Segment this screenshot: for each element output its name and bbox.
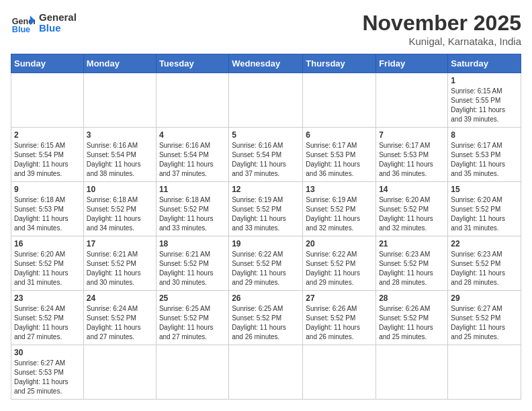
day-number: 24	[87, 293, 153, 303]
calendar-week-3: 9Sunrise: 6:18 AM Sunset: 5:53 PM Daylig…	[11, 182, 521, 236]
calendar-cell	[229, 73, 303, 128]
day-number: 1	[451, 76, 518, 85]
day-number: 10	[87, 185, 153, 194]
calendar-cell	[11, 73, 84, 128]
calendar-cell: 29Sunrise: 6:27 AM Sunset: 5:52 PM Dayli…	[448, 291, 521, 345]
day-number: 2	[14, 130, 81, 140]
weekday-header-saturday: Saturday	[448, 54, 521, 73]
weekday-header-wednesday: Wednesday	[229, 54, 303, 73]
calendar-cell: 14Sunrise: 6:20 AM Sunset: 5:52 PM Dayli…	[376, 182, 448, 236]
day-number: 12	[232, 185, 300, 194]
calendar-cell: 1Sunrise: 6:15 AM Sunset: 5:55 PM Daylig…	[448, 73, 521, 128]
calendar-cell	[303, 345, 376, 400]
day-info: Sunrise: 6:24 AM Sunset: 5:52 PM Dayligh…	[14, 304, 81, 342]
day-info: Sunrise: 6:25 AM Sunset: 5:52 PM Dayligh…	[232, 304, 300, 342]
calendar-week-4: 16Sunrise: 6:20 AM Sunset: 5:52 PM Dayli…	[11, 236, 521, 291]
day-info: Sunrise: 6:21 AM Sunset: 5:52 PM Dayligh…	[87, 250, 153, 287]
day-number: 18	[159, 239, 226, 248]
calendar-cell	[376, 73, 448, 128]
day-info: Sunrise: 6:19 AM Sunset: 5:52 PM Dayligh…	[232, 195, 300, 233]
calendar-week-1: 1Sunrise: 6:15 AM Sunset: 5:55 PM Daylig…	[11, 73, 521, 128]
day-number: 30	[14, 348, 81, 357]
calendar-cell: 23Sunrise: 6:24 AM Sunset: 5:52 PM Dayli…	[11, 291, 84, 345]
day-number: 26	[232, 293, 300, 303]
day-info: Sunrise: 6:17 AM Sunset: 5:53 PM Dayligh…	[306, 141, 373, 179]
day-info: Sunrise: 6:22 AM Sunset: 5:52 PM Dayligh…	[306, 250, 373, 287]
logo: General Blue General Blue	[11, 11, 77, 35]
day-info: Sunrise: 6:15 AM Sunset: 5:55 PM Dayligh…	[451, 87, 518, 124]
day-info: Sunrise: 6:27 AM Sunset: 5:52 PM Dayligh…	[451, 304, 518, 342]
day-number: 6	[306, 130, 373, 140]
calendar-week-5: 23Sunrise: 6:24 AM Sunset: 5:52 PM Dayli…	[11, 291, 521, 345]
day-number: 4	[159, 130, 226, 140]
calendar-cell: 2Sunrise: 6:15 AM Sunset: 5:54 PM Daylig…	[11, 128, 84, 182]
calendar-cell: 30Sunrise: 6:27 AM Sunset: 5:53 PM Dayli…	[11, 345, 84, 400]
calendar-cell: 25Sunrise: 6:25 AM Sunset: 5:52 PM Dayli…	[156, 291, 228, 345]
calendar-cell	[376, 345, 448, 400]
weekday-header-thursday: Thursday	[303, 54, 376, 73]
calendar-cell: 17Sunrise: 6:21 AM Sunset: 5:52 PM Dayli…	[83, 236, 156, 291]
day-info: Sunrise: 6:22 AM Sunset: 5:52 PM Dayligh…	[232, 250, 300, 287]
calendar-body: 1Sunrise: 6:15 AM Sunset: 5:55 PM Daylig…	[11, 73, 521, 400]
calendar-cell	[229, 345, 303, 400]
day-number: 20	[306, 239, 373, 248]
day-number: 13	[306, 185, 373, 194]
calendar-cell: 3Sunrise: 6:16 AM Sunset: 5:54 PM Daylig…	[83, 128, 156, 182]
day-info: Sunrise: 6:23 AM Sunset: 5:52 PM Dayligh…	[379, 250, 445, 287]
calendar-cell	[83, 345, 156, 400]
logo-general: General	[39, 12, 77, 24]
day-info: Sunrise: 6:16 AM Sunset: 5:54 PM Dayligh…	[159, 141, 226, 179]
day-info: Sunrise: 6:26 AM Sunset: 5:52 PM Dayligh…	[306, 304, 373, 342]
day-info: Sunrise: 6:25 AM Sunset: 5:52 PM Dayligh…	[159, 304, 226, 342]
day-number: 7	[379, 130, 445, 140]
weekday-header-monday: Monday	[83, 54, 156, 73]
calendar-week-2: 2Sunrise: 6:15 AM Sunset: 5:54 PM Daylig…	[11, 128, 521, 182]
day-number: 16	[14, 239, 81, 248]
day-number: 27	[306, 293, 373, 303]
day-number: 8	[451, 130, 518, 140]
day-number: 19	[232, 239, 300, 248]
day-info: Sunrise: 6:17 AM Sunset: 5:53 PM Dayligh…	[451, 141, 518, 179]
calendar-cell: 10Sunrise: 6:18 AM Sunset: 5:52 PM Dayli…	[83, 182, 156, 236]
day-number: 11	[159, 185, 226, 194]
calendar-cell: 7Sunrise: 6:17 AM Sunset: 5:53 PM Daylig…	[376, 128, 448, 182]
calendar-cell: 4Sunrise: 6:16 AM Sunset: 5:54 PM Daylig…	[156, 128, 228, 182]
day-number: 22	[451, 239, 518, 248]
logo-blue: Blue	[39, 23, 77, 34]
day-info: Sunrise: 6:15 AM Sunset: 5:54 PM Dayligh…	[14, 141, 81, 179]
calendar-cell: 22Sunrise: 6:23 AM Sunset: 5:52 PM Dayli…	[448, 236, 521, 291]
calendar-cell: 13Sunrise: 6:19 AM Sunset: 5:52 PM Dayli…	[303, 182, 376, 236]
day-info: Sunrise: 6:18 AM Sunset: 5:53 PM Dayligh…	[14, 195, 81, 233]
day-number: 3	[87, 130, 153, 140]
calendar-cell	[303, 73, 376, 128]
calendar-cell: 8Sunrise: 6:17 AM Sunset: 5:53 PM Daylig…	[448, 128, 521, 182]
calendar-cell: 9Sunrise: 6:18 AM Sunset: 5:53 PM Daylig…	[11, 182, 84, 236]
logo-icon: General Blue	[11, 11, 35, 35]
calendar-cell: 20Sunrise: 6:22 AM Sunset: 5:52 PM Dayli…	[303, 236, 376, 291]
calendar-week-6: 30Sunrise: 6:27 AM Sunset: 5:53 PM Dayli…	[11, 345, 521, 400]
calendar-cell: 6Sunrise: 6:17 AM Sunset: 5:53 PM Daylig…	[303, 128, 376, 182]
weekday-header-tuesday: Tuesday	[156, 54, 228, 73]
calendar-cell: 24Sunrise: 6:24 AM Sunset: 5:52 PM Dayli…	[83, 291, 156, 345]
day-info: Sunrise: 6:19 AM Sunset: 5:52 PM Dayligh…	[306, 195, 373, 233]
day-info: Sunrise: 6:16 AM Sunset: 5:54 PM Dayligh…	[87, 141, 153, 179]
day-number: 9	[14, 185, 81, 194]
calendar-cell: 27Sunrise: 6:26 AM Sunset: 5:52 PM Dayli…	[303, 291, 376, 345]
day-info: Sunrise: 6:17 AM Sunset: 5:53 PM Dayligh…	[379, 141, 445, 179]
page-header: General Blue General Blue November 2025 …	[11, 11, 521, 47]
calendar-cell: 5Sunrise: 6:16 AM Sunset: 5:54 PM Daylig…	[229, 128, 303, 182]
calendar-cell: 16Sunrise: 6:20 AM Sunset: 5:52 PM Dayli…	[11, 236, 84, 291]
day-info: Sunrise: 6:20 AM Sunset: 5:52 PM Dayligh…	[451, 195, 518, 233]
calendar-cell	[156, 345, 228, 400]
day-info: Sunrise: 6:20 AM Sunset: 5:52 PM Dayligh…	[379, 195, 445, 233]
calendar-header: SundayMondayTuesdayWednesdayThursdayFrid…	[11, 54, 521, 73]
day-info: Sunrise: 6:23 AM Sunset: 5:52 PM Dayligh…	[451, 250, 518, 287]
month-title: November 2025	[362, 11, 521, 36]
day-info: Sunrise: 6:24 AM Sunset: 5:52 PM Dayligh…	[87, 304, 153, 342]
day-number: 15	[451, 185, 518, 194]
day-number: 21	[379, 239, 445, 248]
calendar-cell: 19Sunrise: 6:22 AM Sunset: 5:52 PM Dayli…	[229, 236, 303, 291]
day-info: Sunrise: 6:18 AM Sunset: 5:52 PM Dayligh…	[159, 195, 226, 233]
day-info: Sunrise: 6:20 AM Sunset: 5:52 PM Dayligh…	[14, 250, 81, 287]
title-block: November 2025 Kunigal, Karnataka, India	[362, 11, 521, 47]
